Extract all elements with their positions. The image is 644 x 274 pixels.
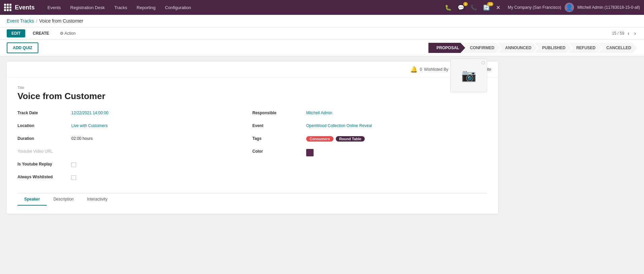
tab-speaker[interactable]: Speaker — [17, 193, 47, 206]
content-area: 🔔 0 Wishlisted By 🌐 Go to Website 📷 Titl… — [0, 56, 644, 219]
wishlisted-count: 0 — [420, 67, 422, 72]
color-value — [306, 148, 479, 157]
event-label: Event — [252, 122, 306, 128]
action-bar: EDIT CREATE ⚙ Action 15 / 59 ‹ › — [0, 27, 644, 40]
responsible-label: Responsible — [252, 110, 306, 115]
breadcrumb-current: Voice from Customer — [39, 18, 83, 24]
stage-cancelled[interactable]: CANCELLED — [598, 43, 637, 53]
tags-label: Tags — [252, 135, 306, 141]
track-date-label: Track Date — [17, 110, 71, 115]
topnav-right: 🐛 💬 1 📞 🔄 33 ✕ My Company (San Francisco… — [443, 3, 640, 12]
card-top-actions: 🔔 0 Wishlisted By 🌐 Go to Website — [7, 62, 498, 78]
record-card: 🔔 0 Wishlisted By 🌐 Go to Website 📷 Titl… — [7, 62, 498, 214]
youtube-replay-label: Is Youtube Replay — [17, 161, 71, 166]
action-button[interactable]: ⚙ Action — [57, 29, 79, 37]
status-bar: ADD QUIZ PROPOSAL CONFIRMED ANNOUNCED PU… — [0, 40, 644, 56]
title-label: Title — [17, 86, 487, 90]
user-name: Mitchell Admin (11783018-15-0-all) — [577, 5, 640, 10]
stage-refused[interactable]: REFUSED — [568, 43, 602, 53]
field-always-wishlisted: Always Wishlisted — [17, 174, 244, 183]
stage-confirmed[interactable]: CONFIRMED — [462, 43, 501, 53]
field-youtube-url: Youtube Video URL — [17, 148, 244, 157]
phone-icon[interactable]: 📞 — [469, 4, 478, 11]
app-brand[interactable]: Events — [15, 4, 35, 11]
field-color: Color — [252, 148, 479, 157]
apps-grid-icon[interactable] — [4, 4, 11, 11]
wishlisted-label: Wishlisted By — [424, 67, 448, 72]
field-duration: Duration 02:00 hours — [17, 135, 244, 145]
refresh-badge: 33 — [487, 2, 493, 6]
tab-interactivity[interactable]: Interactivity — [80, 193, 114, 206]
record-title: Voice from Customer — [17, 91, 487, 101]
nav-links: Events Registration Desk Tracks Reportin… — [43, 0, 443, 15]
tags-value: Consumers Round Table — [306, 135, 479, 142]
chat-icon[interactable]: 💬 1 — [456, 4, 466, 11]
stage-announced[interactable]: ANNOUNCED — [497, 43, 537, 53]
add-quiz-button[interactable]: ADD QUIZ — [7, 42, 38, 53]
top-navigation: Events Events Registration Desk Tracks R… — [0, 0, 644, 15]
pipeline-stages: PROPOSAL CONFIRMED ANNOUNCED PUBLISHED R… — [428, 43, 637, 53]
color-label: Color — [252, 148, 306, 154]
field-location: Location Live with Customers — [17, 122, 244, 132]
tag-roundtable[interactable]: Round Table — [336, 136, 365, 142]
stage-proposal[interactable]: PROPOSAL — [428, 43, 465, 53]
duration-label: Duration — [17, 135, 71, 141]
bug-icon[interactable]: 🐛 — [443, 4, 453, 11]
card-body: 📷 Title Voice from Customer Track Date 1… — [7, 78, 498, 214]
always-wishlisted-value — [71, 174, 244, 181]
youtube-url-value[interactable] — [71, 148, 244, 149]
nav-tracks[interactable]: Tracks — [109, 0, 132, 15]
form-grid: Track Date 12/22/2021 14:00:00 Location … — [17, 110, 487, 186]
color-swatch[interactable] — [306, 149, 314, 156]
duration-value: 02:00 hours — [71, 135, 244, 141]
nav-events[interactable]: Events — [43, 0, 66, 15]
refresh-icon[interactable]: 🔄 33 — [482, 4, 491, 11]
youtube-url-label: Youtube Video URL — [17, 148, 71, 154]
stage-published[interactable]: PUBLISHED — [534, 43, 571, 53]
camera-icon: 📷 — [461, 68, 476, 83]
location-label: Location — [17, 122, 71, 128]
track-date-value[interactable]: 12/22/2021 14:00:00 — [71, 110, 244, 115]
youtube-replay-checkbox[interactable] — [71, 162, 76, 167]
field-youtube-replay: Is Youtube Replay — [17, 161, 244, 170]
always-wishlisted-checkbox[interactable] — [71, 175, 76, 180]
form-left: Track Date 12/22/2021 14:00:00 Location … — [17, 110, 252, 186]
event-value[interactable]: OpenWood Collection Online Reveal — [306, 122, 479, 128]
field-event: Event OpenWood Collection Online Reveal — [252, 122, 479, 132]
bell-icon: 🔔 — [410, 66, 418, 73]
nav-registration-desk[interactable]: Registration Desk — [66, 0, 110, 15]
pagination-text: 15 / 59 — [612, 31, 624, 36]
nav-reporting[interactable]: Reporting — [132, 0, 160, 15]
field-track-date: Track Date 12/22/2021 14:00:00 — [17, 110, 244, 119]
field-responsible: Responsible Mitchell Admin — [252, 110, 479, 119]
youtube-replay-value — [71, 161, 244, 168]
location-value[interactable]: Live with Customers — [71, 122, 244, 128]
form-right: Responsible Mitchell Admin Event OpenWoo… — [252, 110, 487, 186]
breadcrumb-parent[interactable]: Event Tracks — [7, 18, 34, 24]
chat-badge: 1 — [463, 2, 468, 6]
photo-upload[interactable]: 📷 — [450, 59, 487, 92]
avatar[interactable]: 👤 — [565, 3, 574, 12]
pagination-area: 15 / 59 ‹ › — [612, 30, 637, 37]
close-icon[interactable]: ✕ — [495, 4, 502, 11]
next-record-button[interactable]: › — [633, 30, 637, 37]
wishlisted-action[interactable]: 🔔 0 Wishlisted By — [410, 66, 448, 73]
tag-consumers[interactable]: Consumers — [306, 136, 333, 142]
nav-configuration[interactable]: Configuration — [160, 0, 195, 15]
always-wishlisted-label: Always Wishlisted — [17, 174, 71, 179]
card-tabs: Speaker Description Interactivity — [17, 193, 487, 206]
breadcrumb-separator: / — [36, 19, 37, 24]
photo-status-dot — [481, 61, 485, 64]
responsible-value[interactable]: Mitchell Admin — [306, 110, 479, 115]
tab-description[interactable]: Description — [47, 193, 80, 206]
edit-button[interactable]: EDIT — [7, 29, 25, 37]
field-tags: Tags Consumers Round Table — [252, 135, 479, 145]
breadcrumb: Event Tracks / Voice from Customer — [0, 15, 644, 27]
company-name[interactable]: My Company (San Francisco) — [508, 5, 561, 10]
create-button[interactable]: CREATE — [28, 29, 53, 37]
prev-record-button[interactable]: ‹ — [626, 30, 631, 37]
